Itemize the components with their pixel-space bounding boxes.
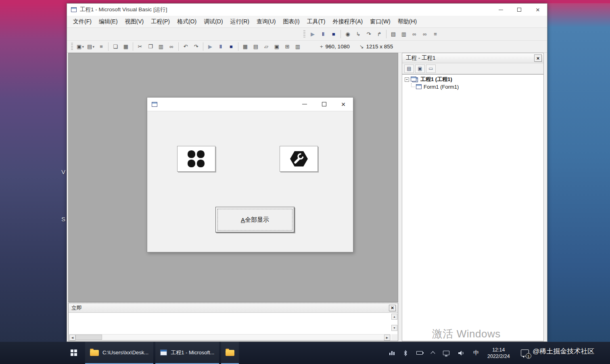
form-body: A 全部显示	[147, 111, 353, 252]
step-into-button[interactable]: ↳	[353, 29, 363, 39]
view-object-button[interactable]: ▣	[415, 64, 425, 73]
step-over-button[interactable]: ↷	[363, 29, 374, 39]
form-maximize-button[interactable]	[314, 98, 334, 111]
undo-button[interactable]: ↶	[180, 42, 191, 52]
notification-icon: 1	[521, 349, 529, 356]
scroll-right-button[interactable]: ▶	[384, 335, 390, 341]
minimize-icon	[499, 10, 503, 10]
desktop-icon-text-fragment: V	[61, 168, 65, 175]
tree-node-project[interactable]: − 工程1 (工程1)	[402, 75, 543, 83]
close-button[interactable]: ×	[529, 4, 547, 16]
call-stack-button[interactable]: ≡	[430, 29, 441, 39]
start-button[interactable]: ▶	[307, 29, 318, 39]
battery-icon[interactable]	[416, 351, 423, 355]
menu-debug[interactable]: 调试(D)	[200, 16, 226, 27]
paste-button[interactable]: ▥	[156, 42, 166, 52]
toolbar-grip[interactable]	[71, 43, 73, 51]
start-button[interactable]	[65, 342, 83, 364]
menu-view[interactable]: 视图(V)	[121, 16, 148, 27]
scroll-left-button[interactable]: ◀	[69, 335, 75, 341]
add-form-button[interactable]: ▤▾	[86, 42, 96, 52]
ime-indicator[interactable]: 中	[473, 349, 479, 357]
menu-editor-button[interactable]: ≡	[96, 42, 107, 52]
step-out-button[interactable]: ↱	[374, 29, 384, 39]
break-button[interactable]: ‖	[318, 29, 328, 39]
activate-windows-watermark: 激活 Windows 转到“设置”以激活 Windows。	[432, 327, 511, 340]
scrollbar-corner	[391, 334, 397, 340]
minimize-button[interactable]	[491, 4, 510, 16]
toolbar-separator	[386, 30, 386, 38]
menu-tools[interactable]: 工具(T)	[303, 16, 329, 27]
toolbar-grip[interactable]	[303, 30, 305, 38]
locals-window-button[interactable]: ▤	[388, 29, 399, 39]
collapse-icon[interactable]: −	[405, 77, 409, 82]
menu-help[interactable]: 帮助(H)	[394, 16, 420, 27]
end-button[interactable]: ■	[328, 29, 339, 39]
immediate-window-button[interactable]: ▥	[399, 29, 409, 39]
find-button[interactable]: ∞	[166, 42, 177, 52]
save-project-button[interactable]: ▦	[121, 42, 131, 52]
hidden-icons-chevron[interactable]	[431, 351, 435, 355]
form-title-bar: ×	[147, 98, 353, 111]
project-explorer-close-button[interactable]: ×	[534, 54, 542, 62]
add-form-icon: ▤	[87, 44, 92, 50]
menu-window[interactable]: 窗口(W)	[366, 16, 394, 27]
taskbar-item-file-explorer[interactable]	[221, 342, 239, 364]
cut-button[interactable]: ✂	[135, 42, 145, 52]
scroll-up-button[interactable]: ▲	[391, 314, 397, 320]
break-button[interactable]: ‖	[215, 42, 226, 52]
add-project-button[interactable]: ▣▾	[75, 42, 86, 52]
toggle-breakpoint-button[interactable]: ◉	[343, 29, 353, 39]
taskbar-clock[interactable]: 12:14 2022/2/24	[487, 347, 510, 360]
scroll-down-button[interactable]: ▼	[391, 325, 397, 331]
menu-file[interactable]: 文件(F)	[69, 16, 95, 27]
scrollbar-thumb[interactable]	[75, 335, 102, 340]
picture-box-right[interactable]	[280, 146, 318, 172]
volume-icon[interactable]	[458, 350, 465, 356]
activate-windows-line1: 激活 Windows	[432, 327, 511, 340]
form-layout-button[interactable]: ▱	[261, 42, 272, 52]
menu-query[interactable]: 查询(U)	[253, 16, 279, 27]
toolbar-separator	[133, 42, 133, 51]
start-button[interactable]: ▶	[205, 42, 215, 52]
menu-addins[interactable]: 外接程序(A)	[329, 16, 367, 27]
toggle-folders-button[interactable]: ▭	[426, 64, 436, 73]
view-code-button[interactable]: ▤	[404, 64, 414, 73]
picture-box-left[interactable]	[177, 146, 215, 172]
maximize-icon	[322, 102, 326, 106]
show-all-button[interactable]: A 全部显示	[215, 207, 295, 233]
end-button[interactable]: ■	[226, 42, 236, 52]
watch-window-button[interactable]: ∞	[409, 29, 420, 39]
immediate-title: 立即	[71, 304, 82, 312]
quick-watch-button[interactable]: ∞	[420, 29, 430, 39]
project-explorer-button[interactable]: ▦	[240, 42, 251, 52]
immediate-close-button[interactable]: ×	[389, 305, 396, 311]
menu-diagram[interactable]: 图表(I)	[279, 16, 303, 27]
form-minimize-button[interactable]	[295, 98, 314, 111]
vmware-tray-icon[interactable]	[389, 351, 395, 355]
form-close-button[interactable]: ×	[334, 98, 353, 111]
copy-button[interactable]: ❐	[145, 42, 156, 52]
redo-button[interactable]: ↷	[191, 42, 201, 52]
object-browser-button[interactable]: ▣	[272, 42, 282, 52]
menu-format[interactable]: 格式(O)	[173, 16, 200, 27]
tree-connector	[411, 83, 415, 87]
taskbar-item-vb[interactable]: 工程1 - Microsoft...	[155, 342, 219, 364]
toolbox-button[interactable]: ⊞	[282, 42, 292, 52]
vertical-scrollbar[interactable]: ▲ ▼	[391, 314, 397, 331]
immediate-content[interactable]: ▲ ▼ ◀ ▶	[69, 313, 398, 341]
data-view-button[interactable]: ▥	[292, 42, 303, 52]
taskbar-item-explorer-desk[interactable]: C:\Users\lxx\Desk...	[85, 342, 153, 364]
open-project-button[interactable]: ❏	[110, 42, 121, 52]
tree-node-form1[interactable]: Form1 (Form1)	[402, 83, 543, 91]
network-icon[interactable]	[443, 351, 449, 355]
menu-project[interactable]: 工程(P)	[147, 16, 173, 27]
menu-run[interactable]: 运行(R)	[227, 16, 253, 27]
action-center-button[interactable]: 1	[521, 349, 529, 356]
horizontal-scrollbar[interactable]: ◀ ▶	[69, 334, 391, 340]
maximize-button[interactable]	[510, 4, 529, 16]
bluetooth-icon[interactable]	[403, 350, 408, 356]
menu-edit[interactable]: 编辑(E)	[95, 16, 121, 27]
scrollbar-track[interactable]	[102, 335, 384, 340]
properties-window-button[interactable]: ▤	[251, 42, 261, 52]
